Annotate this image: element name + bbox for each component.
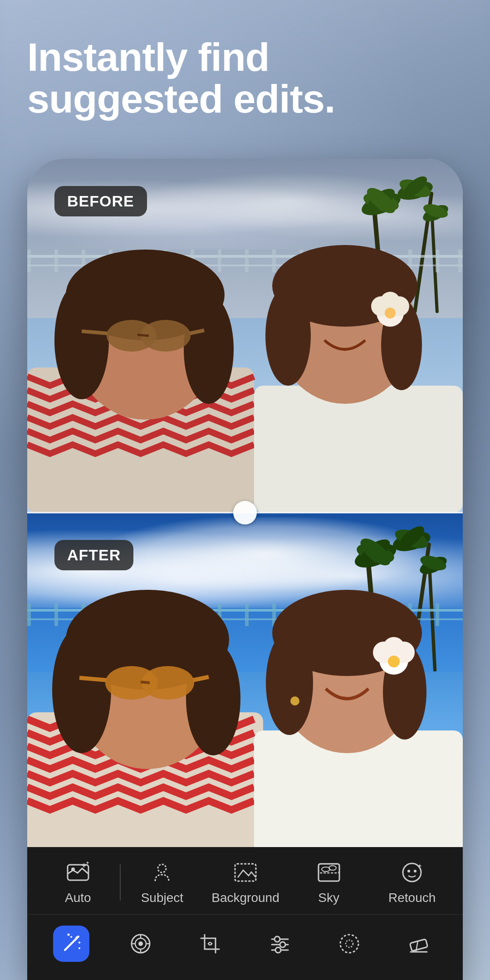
svg-point-113 bbox=[414, 870, 416, 872]
people-after bbox=[27, 548, 463, 867]
svg-point-102 bbox=[290, 696, 299, 706]
svg-point-119 bbox=[138, 941, 143, 946]
svg-line-89 bbox=[79, 678, 106, 680]
svg-point-36 bbox=[184, 295, 234, 404]
tab-subject-label: Subject bbox=[141, 891, 183, 905]
toolbar-container: Auto Subject bbox=[27, 847, 463, 980]
svg-point-101 bbox=[388, 656, 400, 667]
svg-rect-136 bbox=[410, 939, 428, 951]
erase-button[interactable] bbox=[401, 926, 437, 962]
select-button[interactable] bbox=[331, 926, 368, 962]
phone-mockup: BEFORE AFTER bbox=[27, 159, 463, 980]
svg-line-41 bbox=[137, 335, 149, 336]
adjust-button[interactable] bbox=[262, 926, 298, 962]
svg-point-45 bbox=[265, 286, 311, 386]
tab-sky[interactable]: Sky bbox=[287, 860, 371, 905]
svg-point-51 bbox=[385, 308, 396, 318]
svg-point-133 bbox=[275, 947, 281, 953]
magic-button[interactable] bbox=[53, 926, 89, 962]
photo-container: BEFORE AFTER bbox=[27, 159, 463, 867]
tab-background[interactable]: Background bbox=[204, 860, 287, 905]
mask-button[interactable] bbox=[122, 926, 159, 962]
toolbar-tabs: Auto Subject bbox=[27, 847, 463, 915]
badge-before: BEFORE bbox=[54, 186, 147, 216]
svg-point-104 bbox=[71, 867, 75, 871]
svg-point-85 bbox=[52, 626, 111, 753]
svg-line-39 bbox=[82, 331, 108, 333]
svg-point-116 bbox=[78, 947, 80, 949]
title-line1: Instantly find bbox=[27, 34, 270, 79]
title-section: Instantly find suggested edits. bbox=[27, 36, 463, 120]
title-text: Instantly find suggested edits. bbox=[27, 36, 463, 120]
crop-button[interactable] bbox=[192, 926, 228, 962]
svg-point-134 bbox=[340, 935, 358, 953]
retouch-icon bbox=[399, 860, 425, 885]
subject-icon bbox=[149, 860, 175, 885]
tab-retouch[interactable]: Retouch bbox=[370, 860, 454, 905]
svg-point-129 bbox=[274, 936, 280, 942]
toolbar-actions bbox=[27, 915, 463, 980]
svg-point-105 bbox=[158, 864, 166, 872]
background-icon bbox=[233, 860, 258, 885]
svg-line-114 bbox=[65, 939, 76, 950]
svg-point-131 bbox=[280, 942, 285, 947]
people-before bbox=[27, 194, 463, 513]
tab-sky-label: Sky bbox=[318, 891, 339, 905]
tab-retouch-label: Retouch bbox=[388, 891, 436, 905]
badge-after: AFTER bbox=[54, 540, 133, 570]
svg-point-95 bbox=[266, 631, 313, 735]
tab-background-label: Background bbox=[211, 891, 279, 905]
sky-icon bbox=[316, 860, 342, 885]
svg-point-86 bbox=[186, 642, 240, 755]
svg-rect-42 bbox=[254, 386, 463, 513]
tab-subject[interactable]: Subject bbox=[121, 860, 204, 905]
svg-point-115 bbox=[67, 934, 69, 936]
svg-point-110 bbox=[329, 866, 336, 870]
tab-auto-label: Auto bbox=[65, 891, 91, 905]
title-line2: suggested edits. bbox=[27, 76, 335, 121]
auto-icon bbox=[65, 860, 91, 885]
divider-handle[interactable] bbox=[233, 501, 257, 524]
svg-point-112 bbox=[407, 870, 410, 872]
svg-point-35 bbox=[54, 281, 109, 399]
tab-auto[interactable]: Auto bbox=[36, 860, 120, 905]
svg-line-91 bbox=[141, 682, 150, 683]
svg-point-135 bbox=[346, 940, 353, 947]
